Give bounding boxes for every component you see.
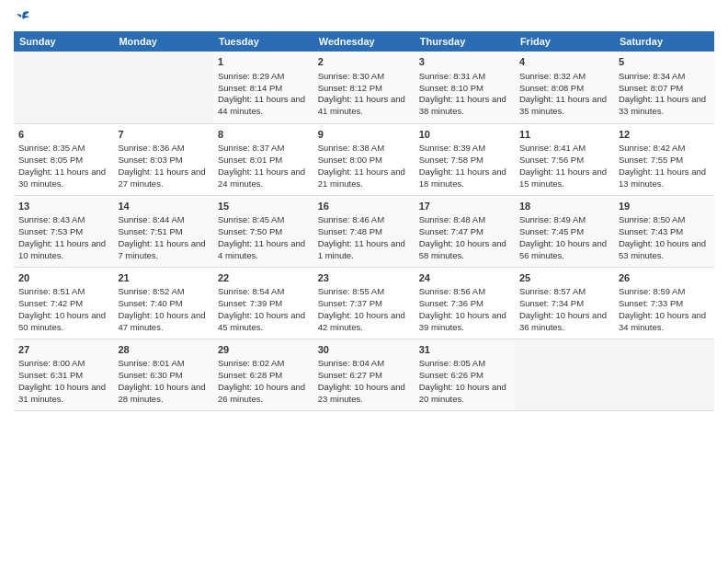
day-number: 10 [419, 128, 510, 142]
day-info-line: Sunset: 7:33 PM [619, 298, 710, 310]
calendar-cell: 26Sunrise: 8:59 AMSunset: 7:33 PMDayligh… [614, 267, 714, 339]
weekday-header-wednesday: Wednesday [313, 31, 415, 52]
day-number: 26 [619, 271, 710, 285]
day-info-line: Sunset: 7:55 PM [619, 155, 710, 167]
day-info-line: Sunrise: 8:52 AM [118, 286, 209, 298]
calendar-cell: 4Sunrise: 8:32 AMSunset: 8:08 PMDaylight… [515, 52, 614, 123]
day-info-line: Sunrise: 8:35 AM [18, 143, 108, 155]
logo-bird-icon [16, 9, 30, 24]
day-number: 22 [218, 271, 309, 285]
calendar-cell: 20Sunrise: 8:51 AMSunset: 7:42 PMDayligh… [14, 267, 113, 339]
day-info-line: Daylight: 10 hours and 36 minutes. [519, 310, 609, 334]
day-info-line: Daylight: 10 hours and 20 minutes. [419, 382, 510, 406]
day-number: 11 [519, 128, 609, 142]
day-info-line: Sunrise: 8:42 AM [619, 143, 710, 155]
day-info-line: Sunset: 7:53 PM [18, 226, 108, 238]
calendar-cell: 1Sunrise: 8:29 AMSunset: 8:14 PMDaylight… [213, 52, 313, 123]
day-info-line: Daylight: 10 hours and 31 minutes. [18, 382, 108, 406]
day-info-line: Daylight: 10 hours and 23 minutes. [318, 382, 410, 406]
calendar-cell: 10Sunrise: 8:39 AMSunset: 7:58 PMDayligh… [415, 123, 515, 195]
day-info-line: Sunset: 8:08 PM [519, 83, 609, 95]
weekday-header-saturday: Saturday [614, 31, 714, 52]
day-info-line: Daylight: 10 hours and 28 minutes. [118, 382, 209, 406]
day-info-line: Daylight: 11 hours and 38 minutes. [419, 94, 510, 118]
day-info-line: Sunset: 7:58 PM [419, 155, 510, 167]
weekday-header-monday: Monday [113, 31, 213, 52]
day-info-line: Sunset: 7:43 PM [619, 226, 710, 238]
day-info-line: Daylight: 11 hours and 27 minutes. [118, 167, 209, 190]
day-info-line: Daylight: 11 hours and 4 minutes. [218, 238, 309, 262]
day-info-line: Daylight: 11 hours and 35 minutes. [519, 94, 609, 118]
day-info-line: Sunset: 8:10 PM [419, 83, 510, 95]
day-info-line: Sunrise: 8:34 AM [619, 71, 710, 83]
calendar-cell: 29Sunrise: 8:02 AMSunset: 6:28 PMDayligh… [213, 339, 313, 410]
calendar-cell: 30Sunrise: 8:04 AMSunset: 6:27 PMDayligh… [313, 339, 415, 410]
day-info-line: Sunrise: 8:43 AM [18, 214, 108, 226]
week-row-2: 6Sunrise: 8:35 AMSunset: 8:05 PMDaylight… [14, 123, 714, 195]
day-number: 7 [118, 128, 209, 142]
day-number: 19 [619, 200, 710, 213]
weekday-header-sunday: Sunday [14, 31, 113, 52]
day-info-line: Sunset: 7:47 PM [419, 226, 510, 238]
day-info-line: Sunset: 8:01 PM [218, 155, 309, 167]
day-info-line: Sunrise: 8:02 AM [218, 358, 309, 370]
day-info-line: Sunrise: 8:38 AM [318, 143, 410, 155]
calendar-cell: 12Sunrise: 8:42 AMSunset: 7:55 PMDayligh… [614, 123, 714, 195]
day-info-line: Daylight: 10 hours and 47 minutes. [118, 310, 209, 334]
day-info-line: Sunset: 7:50 PM [218, 226, 309, 238]
day-info-line: Sunset: 6:31 PM [18, 370, 108, 382]
day-number: 3 [419, 55, 510, 69]
day-number: 12 [619, 128, 710, 142]
day-number: 9 [318, 128, 410, 142]
day-number: 17 [419, 200, 510, 213]
day-info-line: Sunrise: 8:29 AM [218, 71, 309, 83]
day-info-line: Sunset: 7:56 PM [519, 155, 609, 167]
day-number: 20 [18, 271, 108, 285]
calendar-cell: 16Sunrise: 8:46 AMSunset: 7:48 PMDayligh… [313, 195, 415, 267]
day-info-line: Sunset: 7:48 PM [318, 226, 410, 238]
day-number: 8 [218, 128, 309, 142]
logo[interactable] [14, 9, 30, 24]
day-number: 1 [218, 55, 309, 69]
day-number: 16 [318, 200, 410, 213]
day-info-line: Sunrise: 8:50 AM [619, 214, 710, 226]
calendar-cell: 19Sunrise: 8:50 AMSunset: 7:43 PMDayligh… [614, 195, 714, 267]
day-info-line: Daylight: 10 hours and 45 minutes. [218, 310, 309, 334]
day-number: 28 [118, 343, 209, 357]
day-info-line: Sunrise: 8:57 AM [519, 286, 609, 298]
day-info-line: Daylight: 11 hours and 30 minutes. [18, 167, 108, 190]
day-info-line: Sunrise: 8:31 AM [419, 71, 510, 83]
day-info-line: Daylight: 11 hours and 33 minutes. [619, 94, 710, 118]
day-number: 4 [519, 55, 609, 69]
day-info-line: Sunset: 7:34 PM [519, 298, 609, 310]
day-number: 21 [118, 271, 209, 285]
day-number: 24 [419, 271, 510, 285]
calendar-cell: 7Sunrise: 8:36 AMSunset: 8:03 PMDaylight… [113, 123, 213, 195]
day-info-line: Daylight: 11 hours and 21 minutes. [318, 167, 410, 190]
day-number: 27 [18, 343, 108, 357]
day-info-line: Sunrise: 8:44 AM [118, 214, 209, 226]
calendar-cell: 31Sunrise: 8:05 AMSunset: 6:26 PMDayligh… [415, 339, 515, 410]
day-info-line: Sunrise: 8:56 AM [419, 286, 510, 298]
calendar-cell [14, 52, 113, 123]
calendar-cell: 11Sunrise: 8:41 AMSunset: 7:56 PMDayligh… [515, 123, 614, 195]
day-info-line: Sunset: 8:12 PM [318, 83, 410, 95]
calendar-cell: 14Sunrise: 8:44 AMSunset: 7:51 PMDayligh… [113, 195, 213, 267]
calendar-cell [614, 339, 714, 410]
day-info-line: Daylight: 11 hours and 18 minutes. [419, 167, 510, 190]
day-info-line: Daylight: 11 hours and 15 minutes. [519, 167, 609, 190]
calendar-cell: 22Sunrise: 8:54 AMSunset: 7:39 PMDayligh… [213, 267, 313, 339]
calendar-cell: 27Sunrise: 8:00 AMSunset: 6:31 PMDayligh… [14, 339, 113, 410]
calendar-cell: 15Sunrise: 8:45 AMSunset: 7:50 PMDayligh… [213, 195, 313, 267]
day-info-line: Daylight: 10 hours and 56 minutes. [519, 238, 609, 262]
day-info-line: Sunrise: 8:04 AM [318, 358, 410, 370]
calendar-cell [113, 52, 213, 123]
day-number: 2 [318, 55, 410, 69]
day-info-line: Daylight: 10 hours and 58 minutes. [419, 238, 510, 262]
calendar-cell: 17Sunrise: 8:48 AMSunset: 7:47 PMDayligh… [415, 195, 515, 267]
day-info-line: Sunset: 7:51 PM [118, 226, 209, 238]
day-info-line: Daylight: 11 hours and 24 minutes. [218, 167, 309, 190]
calendar-cell: 13Sunrise: 8:43 AMSunset: 7:53 PMDayligh… [14, 195, 113, 267]
day-info-line: Sunset: 6:26 PM [419, 370, 510, 382]
day-info-line: Sunset: 7:36 PM [419, 298, 510, 310]
